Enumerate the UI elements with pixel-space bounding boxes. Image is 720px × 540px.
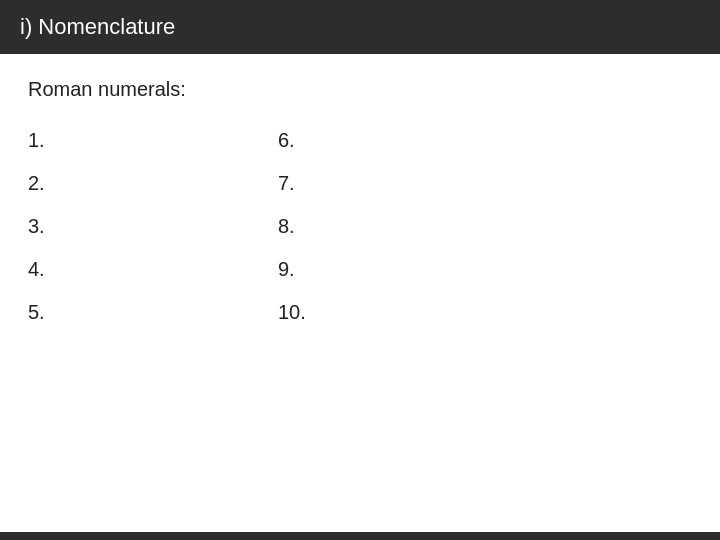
section-title: Roman numerals: bbox=[28, 78, 692, 101]
numeral-item-5: 5. bbox=[28, 291, 278, 334]
numeral-item-10: 10. bbox=[278, 291, 528, 334]
page-container: i) Nomenclature Roman numerals: 1. 6. 2.… bbox=[0, 0, 720, 540]
numeral-item-7: 7. bbox=[278, 162, 528, 205]
numeral-item-2: 2. bbox=[28, 162, 278, 205]
footer-bar bbox=[0, 532, 720, 540]
numeral-item-3: 3. bbox=[28, 205, 278, 248]
numeral-item-8: 8. bbox=[278, 205, 528, 248]
numeral-item-4: 4. bbox=[28, 248, 278, 291]
header-bar: i) Nomenclature bbox=[0, 0, 720, 54]
content-area: Roman numerals: 1. 6. 2. 7. 3. 8. 4. 9. … bbox=[0, 54, 720, 532]
numeral-item-6: 6. bbox=[278, 119, 528, 162]
numeral-item-9: 9. bbox=[278, 248, 528, 291]
numeral-item-1: 1. bbox=[28, 119, 278, 162]
header-title: i) Nomenclature bbox=[20, 14, 175, 40]
numerals-grid: 1. 6. 2. 7. 3. 8. 4. 9. 5. 10. bbox=[28, 119, 528, 334]
